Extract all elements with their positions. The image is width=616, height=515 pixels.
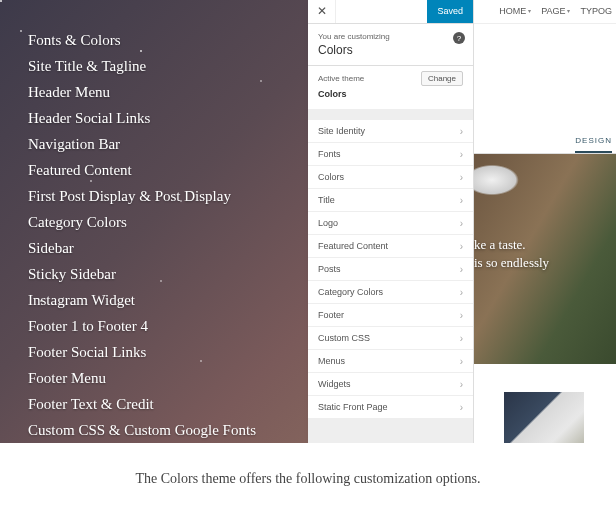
preview-nav: HOME▾ PAGE▾ TYPOG	[474, 0, 616, 24]
feature-item: Header Social Links	[28, 110, 256, 127]
section-colors[interactable]: Colors›	[308, 166, 473, 189]
feature-item: Sticky Sidebar	[28, 266, 256, 283]
section-site-identity[interactable]: Site Identity›	[308, 120, 473, 143]
customizer-panel: ✕ Saved You are customizing Colors ? Act…	[308, 0, 474, 443]
active-theme-box: Active theme Colors Change	[308, 66, 473, 110]
chevron-down-icon: ▾	[528, 7, 531, 14]
feature-item: Footer Menu	[28, 370, 256, 387]
chevron-right-icon: ›	[460, 310, 463, 321]
nav-page[interactable]: PAGE▾	[541, 6, 570, 16]
section-label: Fonts	[318, 149, 341, 159]
chevron-right-icon: ›	[460, 402, 463, 413]
section-category-colors[interactable]: Category Colors›	[308, 281, 473, 304]
active-theme-value: Colors	[318, 89, 347, 99]
close-icon: ✕	[317, 4, 327, 18]
section-menus[interactable]: Menus›	[308, 350, 473, 373]
section-label: Widgets	[318, 379, 351, 389]
section-label: Posts	[318, 264, 341, 274]
panel-gap	[308, 110, 473, 120]
section-label: Logo	[318, 218, 338, 228]
section-widgets[interactable]: Widgets›	[308, 373, 473, 396]
feature-item: Instagram Widget	[28, 292, 256, 309]
section-custom-css[interactable]: Custom CSS›	[308, 327, 473, 350]
feature-item: First Post Display & Post Display	[28, 188, 256, 205]
section-label: Title	[318, 195, 335, 205]
feature-item: Footer Text & Credit	[28, 396, 256, 413]
change-theme-button[interactable]: Change	[421, 71, 463, 86]
chevron-right-icon: ›	[460, 195, 463, 206]
feature-list: Fonts & Colors Site Title & Tagline Head…	[28, 32, 256, 443]
nav-label: PAGE	[541, 6, 565, 16]
customizer-topbar: ✕ Saved	[308, 0, 473, 24]
saved-button[interactable]: Saved	[427, 0, 473, 23]
help-icon: ?	[457, 34, 461, 43]
nav-label: TYPOG	[580, 6, 612, 16]
caption-text: The Colors theme offers the following cu…	[0, 443, 616, 487]
preview-below	[474, 364, 616, 414]
section-logo[interactable]: Logo›	[308, 212, 473, 235]
hero-line-2: is so endlessly	[474, 254, 549, 272]
section-label: Site Identity	[318, 126, 365, 136]
heading-subtext: You are customizing	[318, 32, 463, 41]
chevron-right-icon: ›	[460, 379, 463, 390]
feature-item: Custom CSS & Custom Google Fonts	[28, 422, 256, 439]
hero-text: ke a taste. is so endlessly	[474, 236, 549, 271]
chevron-right-icon: ›	[460, 172, 463, 183]
coffee-cup-icon	[474, 164, 534, 204]
section-label: Menus	[318, 356, 345, 366]
chevron-right-icon: ›	[460, 333, 463, 344]
chevron-right-icon: ›	[460, 149, 463, 160]
site-preview: HOME▾ PAGE▾ TYPOG DESIGN ke a taste. is …	[474, 0, 616, 443]
screenshot-region: Fonts & Colors Site Title & Tagline Head…	[0, 0, 616, 443]
chevron-right-icon: ›	[460, 126, 463, 137]
preview-tab-design[interactable]: DESIGN	[575, 136, 612, 153]
section-label: Category Colors	[318, 287, 383, 297]
section-label: Footer	[318, 310, 344, 320]
customizer-sections: Site Identity› Fonts› Colors› Title› Log…	[308, 120, 473, 419]
heading-title: Colors	[318, 43, 463, 57]
feature-item: Navigation Bar	[28, 136, 256, 153]
chevron-right-icon: ›	[460, 287, 463, 298]
help-button[interactable]: ?	[453, 32, 465, 44]
hero-line-1: ke a taste.	[474, 236, 549, 254]
preview-header-area: DESIGN	[474, 24, 616, 154]
preview-hero: ke a taste. is so endlessly	[474, 154, 616, 364]
nav-home[interactable]: HOME▾	[499, 6, 531, 16]
chevron-right-icon: ›	[460, 264, 463, 275]
section-label: Static Front Page	[318, 402, 388, 412]
section-featured-content[interactable]: Featured Content›	[308, 235, 473, 258]
avatar-image	[504, 392, 584, 443]
section-label: Custom CSS	[318, 333, 370, 343]
section-footer[interactable]: Footer›	[308, 304, 473, 327]
chevron-right-icon: ›	[460, 218, 463, 229]
feature-item: Site Title & Tagline	[28, 58, 256, 75]
close-button[interactable]: ✕	[308, 0, 336, 23]
feature-item: Featured Content	[28, 162, 256, 179]
nav-label: HOME	[499, 6, 526, 16]
section-label: Colors	[318, 172, 344, 182]
feature-item: Fonts & Colors	[28, 32, 256, 49]
feature-item: Footer 1 to Footer 4	[28, 318, 256, 335]
feature-item: Category Colors	[28, 214, 256, 231]
chevron-right-icon: ›	[460, 241, 463, 252]
nav-typography[interactable]: TYPOG	[580, 6, 612, 16]
feature-item: Sidebar	[28, 240, 256, 257]
feature-item: Header Menu	[28, 84, 256, 101]
chevron-down-icon: ▾	[567, 7, 570, 14]
spacer	[336, 0, 427, 23]
feature-item: Footer Social Links	[28, 344, 256, 361]
section-posts[interactable]: Posts›	[308, 258, 473, 281]
section-fonts[interactable]: Fonts›	[308, 143, 473, 166]
section-label: Featured Content	[318, 241, 388, 251]
section-title[interactable]: Title›	[308, 189, 473, 212]
customizer-heading: You are customizing Colors ?	[308, 24, 473, 66]
chevron-right-icon: ›	[460, 356, 463, 367]
section-static-front-page[interactable]: Static Front Page›	[308, 396, 473, 419]
